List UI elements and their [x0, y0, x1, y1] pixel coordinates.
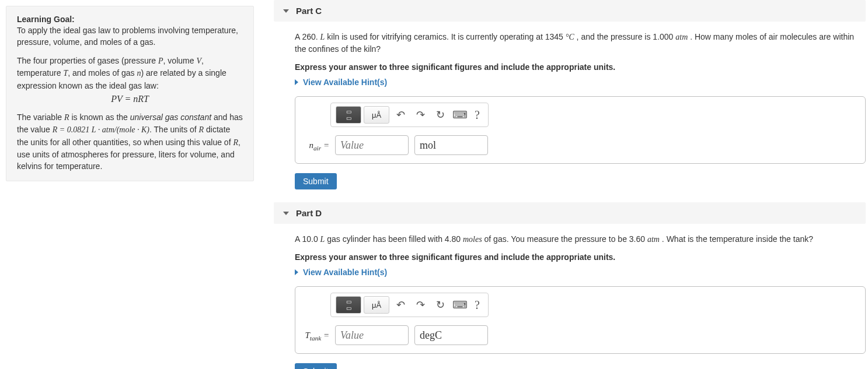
goal-box: Learning Goal: To apply the ideal gas la…: [6, 6, 254, 181]
keyboard-icon[interactable]: ⌨: [451, 106, 469, 124]
units-button[interactable]: μÅ: [364, 106, 389, 124]
part-c-answer-box: ▭▭ μÅ ↶ ↷ ↻ ⌨ ? nair = mol: [295, 96, 866, 164]
reset-icon[interactable]: ↻: [431, 296, 449, 314]
units-button[interactable]: μÅ: [364, 296, 389, 314]
unit-input[interactable]: degC: [414, 325, 488, 345]
part-d-hints-toggle[interactable]: View Available Hint(s): [295, 268, 866, 277]
part-d-submit-button[interactable]: Submit: [295, 363, 337, 369]
answer-toolbar: ▭▭ μÅ ↶ ↷ ↻ ⌨ ?: [330, 293, 489, 317]
part-c-submit-button[interactable]: Submit: [295, 173, 337, 189]
collapse-caret-icon[interactable]: [283, 212, 289, 215]
undo-icon[interactable]: ↶: [392, 296, 409, 314]
part-c-title: Part C: [296, 6, 322, 16]
hints-label: View Available Hint(s): [303, 78, 387, 87]
collapse-caret-icon[interactable]: [283, 9, 289, 13]
keyboard-icon[interactable]: ⌨: [451, 296, 469, 314]
ideal-gas-formula: PV = nRT: [17, 94, 243, 104]
help-icon[interactable]: ?: [471, 298, 483, 312]
part-d-input-row: Ttank = degC: [301, 323, 859, 347]
part-c-header[interactable]: Part C: [274, 0, 866, 22]
hints-caret-icon: [295, 269, 298, 275]
reset-icon[interactable]: ↻: [431, 106, 449, 124]
part-d-header[interactable]: Part D: [274, 202, 866, 224]
goal-text-1: To apply the ideal gas law to problems i…: [17, 25, 243, 48]
part-d-instruction: Express your answer to three significant…: [295, 252, 866, 262]
help-icon[interactable]: ?: [471, 108, 483, 122]
hints-label: View Available Hint(s): [303, 268, 387, 277]
part-d-title: Part D: [296, 208, 322, 218]
part-d-answer-box: ▭▭ μÅ ↶ ↷ ↻ ⌨ ? Ttank = degC: [295, 286, 866, 354]
part-d-question: A 10.0 L gas cylinder has been filled wi…: [295, 233, 866, 245]
answer-toolbar: ▭▭ μÅ ↶ ↷ ↻ ⌨ ?: [330, 103, 489, 127]
redo-icon[interactable]: ↷: [412, 106, 429, 124]
template-button[interactable]: ▭▭: [336, 106, 361, 124]
part-c-instruction: Express your answer to three significant…: [295, 62, 866, 72]
part-c-input-row: nair = mol: [301, 133, 859, 157]
learning-goal-panel: Learning Goal: To apply the ideal gas la…: [0, 0, 260, 369]
unit-input[interactable]: mol: [414, 135, 488, 155]
variable-label: Ttank =: [305, 331, 329, 340]
goal-text-2: The four properties of gases (pressure P…: [17, 55, 243, 92]
value-input[interactable]: [335, 325, 409, 345]
value-input[interactable]: [335, 135, 409, 155]
hints-caret-icon: [295, 79, 298, 85]
part-c-question: A 260. L kiln is used for vitrifying cer…: [295, 31, 866, 55]
variable-label: nair =: [305, 140, 329, 150]
main-content: Part C A 260. L kiln is used for vitrify…: [260, 0, 868, 369]
goal-text-3: The variable R is known as the universal…: [17, 111, 243, 172]
undo-icon[interactable]: ↶: [392, 106, 409, 124]
redo-icon[interactable]: ↷: [412, 296, 429, 314]
part-c-hints-toggle[interactable]: View Available Hint(s): [295, 78, 866, 87]
template-button[interactable]: ▭▭: [336, 296, 361, 314]
goal-title: Learning Goal:: [17, 15, 243, 24]
